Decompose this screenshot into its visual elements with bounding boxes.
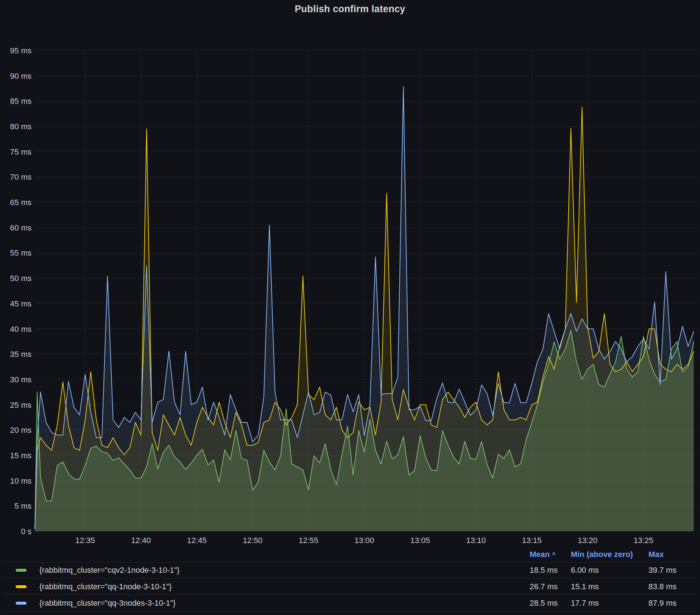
- y-axis-tick-label: 0 s: [21, 527, 31, 536]
- series-max-value: 39.7 ms: [648, 566, 676, 575]
- x-axis-tick-label: 12:35: [75, 536, 95, 545]
- legend-row-qq-3nodes: {rabbitmq_cluster="qq-3nodes-3-10-1"} 28…: [0, 595, 700, 611]
- x-axis-tick-label: 13:00: [354, 536, 374, 545]
- x-axis-tick-label: 13:10: [466, 536, 486, 545]
- y-axis-tick-label: 10 ms: [10, 476, 31, 485]
- series-label[interactable]: {rabbitmq_cluster="qq-1node-3-10-1"}: [39, 582, 172, 591]
- grafana-panel: Publish confirm latency 0 s5 ms10 ms15 m…: [0, 0, 700, 615]
- y-axis-tick-label: 65 ms: [10, 198, 31, 207]
- series-color-swatch[interactable]: [16, 569, 26, 572]
- series-color-swatch[interactable]: [16, 602, 26, 605]
- y-axis-tick-label: 80 ms: [10, 122, 31, 131]
- y-axis-tick-label: 90 ms: [10, 72, 31, 81]
- series-max-value: 87.9 ms: [648, 599, 676, 608]
- x-axis-tick-label: 12:45: [187, 536, 206, 545]
- x-axis-tick-label: 12:50: [243, 536, 262, 545]
- series-mean-value: 26.7 ms: [530, 582, 558, 591]
- x-axis-tick-label: 13:15: [522, 536, 541, 545]
- y-axis-tick-label: 15 ms: [10, 451, 31, 460]
- series-min-value: 6.00 ms: [571, 566, 599, 575]
- y-axis-tick-label: 20 ms: [10, 426, 31, 435]
- series-label[interactable]: {rabbitmq_cluster="cqv2-1node-3-10-1"}: [39, 566, 180, 575]
- legend-sort-mean[interactable]: Mean^: [530, 550, 556, 559]
- y-axis-tick-label: 95 ms: [10, 46, 31, 55]
- legend-header-row: Mean^ Min (above zero) Max: [0, 546, 700, 562]
- series-mean-value: 18.5 ms: [530, 566, 558, 575]
- legend-row-qq-1node: {rabbitmq_cluster="qq-1node-3-10-1"} 26.…: [0, 578, 700, 595]
- y-axis-tick-label: 45 ms: [10, 299, 31, 308]
- x-axis-tick-label: 12:40: [131, 536, 151, 545]
- y-axis-tick-label: 30 ms: [10, 375, 31, 384]
- y-axis-tick-label: 40 ms: [10, 325, 31, 334]
- sort-ascending-icon: ^: [552, 551, 556, 558]
- x-axis-tick-label: 12:55: [298, 536, 318, 545]
- series-max-value: 83.8 ms: [648, 582, 676, 591]
- legend-sort-min[interactable]: Min (above zero): [571, 550, 633, 559]
- series-min-value: 17.7 ms: [571, 599, 599, 608]
- y-axis-tick-label: 5 ms: [14, 502, 31, 510]
- x-axis-tick-label: 13:05: [410, 536, 430, 545]
- y-axis-tick-label: 75 ms: [10, 147, 31, 156]
- legend-separator: [3, 611, 697, 611]
- latency-chart-plot-area[interactable]: 0 s5 ms10 ms15 ms20 ms25 ms30 ms35 ms40 …: [0, 0, 700, 546]
- y-axis-tick-label: 55 ms: [10, 248, 31, 257]
- x-axis-tick-label: 13:25: [633, 536, 653, 545]
- y-axis-tick-label: 60 ms: [10, 223, 31, 232]
- y-axis-tick-label: 85 ms: [10, 97, 31, 106]
- legend-sort-max[interactable]: Max: [648, 550, 664, 559]
- y-axis-tick-label: 25 ms: [10, 401, 31, 410]
- y-axis-tick-label: 50 ms: [10, 274, 31, 283]
- series-label[interactable]: {rabbitmq_cluster="qq-3nodes-3-10-1"}: [39, 599, 176, 608]
- y-axis-tick-label: 35 ms: [10, 350, 31, 359]
- y-axis-tick-label: 70 ms: [10, 173, 31, 181]
- series-color-swatch[interactable]: [16, 585, 26, 588]
- legend-table: Mean^ Min (above zero) Max {rabbitmq_clu…: [0, 546, 700, 611]
- x-axis-tick-label: 13:20: [578, 536, 597, 545]
- series-min-value: 15.1 ms: [571, 582, 599, 591]
- legend-row-cqv2-1node: {rabbitmq_cluster="cqv2-1node-3-10-1"} 1…: [0, 562, 700, 578]
- series-mean-value: 28.5 ms: [530, 599, 558, 608]
